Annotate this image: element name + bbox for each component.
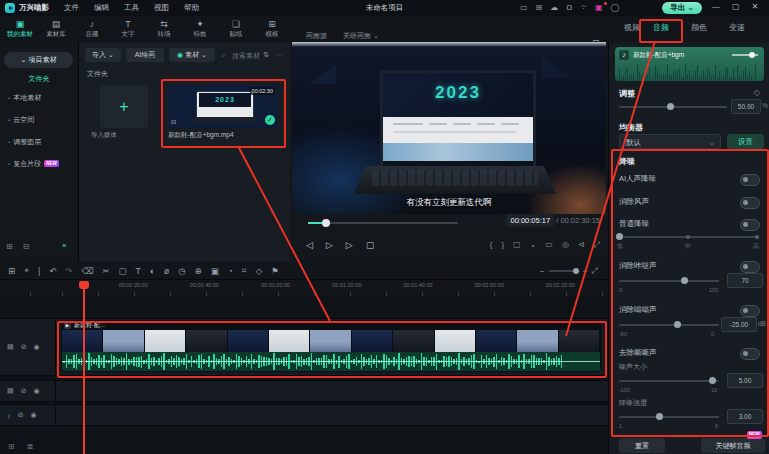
equalizer-preset-dropdown[interactable]: 默认⌄ bbox=[619, 134, 721, 149]
playhead-handle[interactable] bbox=[79, 281, 89, 289]
fullscreen-icon[interactable]: ⤢ bbox=[594, 240, 600, 250]
nav-tab-7[interactable]: ⊞模板 bbox=[254, 16, 290, 42]
nav-tab-6[interactable]: ❏贴纸 bbox=[218, 16, 254, 42]
nav-tab-1[interactable]: ▤素材库 bbox=[38, 16, 74, 42]
noise-level-value[interactable]: 5.00 bbox=[727, 373, 763, 388]
save-icon[interactable]: ⊞ bbox=[536, 3, 543, 12]
nav-tab-0[interactable]: ▣我的素材 bbox=[2, 16, 38, 42]
more-icon[interactable]: ⋯ bbox=[276, 51, 283, 59]
declick-toggle[interactable] bbox=[740, 261, 760, 273]
crop-caret-icon[interactable]: ⌄ bbox=[530, 240, 537, 250]
sidebar-item-compound-clip[interactable]: ▪复合片段NEW bbox=[8, 156, 74, 171]
eye-icon[interactable]: ◉ bbox=[34, 387, 40, 395]
lock-icon[interactable]: ⊘ bbox=[21, 387, 27, 395]
mark-out-icon[interactable]: } bbox=[501, 240, 504, 250]
speaker-icon[interactable]: ⊲ bbox=[578, 240, 585, 250]
fit-timeline-icon[interactable]: ⤢ bbox=[591, 266, 597, 276]
cloud-upload-icon[interactable]: ☁ bbox=[550, 3, 558, 12]
maximize-button[interactable]: ▢ bbox=[732, 2, 740, 11]
dehum-slider[interactable] bbox=[619, 324, 719, 326]
menu-help[interactable]: 帮助 bbox=[184, 3, 199, 13]
text-tool-icon[interactable]: T bbox=[136, 266, 141, 276]
menu-edit[interactable]: 编辑 bbox=[94, 3, 109, 13]
community-icon[interactable]: ⁘ bbox=[580, 3, 587, 12]
redo-icon[interactable]: ↷ bbox=[65, 266, 72, 276]
delete-icon[interactable]: ⌫ bbox=[81, 266, 93, 276]
link-view-dropdown[interactable]: 关联画面 ⌄ bbox=[343, 32, 379, 39]
minimize-button[interactable]: — bbox=[712, 2, 720, 11]
sidebar-item-project-media[interactable]: ⌄ 项目素材 bbox=[4, 52, 73, 68]
keyframe-diamond-icon[interactable]: ◇ bbox=[754, 88, 760, 97]
preview-seek-bar[interactable] bbox=[308, 222, 458, 224]
timeline-clip[interactable]: ▶新款鞋-配... bbox=[62, 321, 600, 371]
reset-button[interactable]: 重置 bbox=[619, 438, 665, 453]
menu-file[interactable]: 文件 bbox=[64, 3, 79, 13]
audio-clip-card[interactable]: ♪ 新款鞋-配音+bgm bbox=[615, 47, 764, 81]
user-icon[interactable]: ◯ bbox=[611, 3, 620, 12]
clip-volume-slider[interactable] bbox=[732, 54, 758, 56]
playhead-line[interactable] bbox=[83, 281, 85, 454]
declick-value[interactable]: 70 bbox=[727, 273, 763, 288]
prev-frame-icon[interactable]: ◁ bbox=[306, 240, 313, 250]
tab-video[interactable]: 视频 bbox=[617, 22, 647, 33]
seek-handle[interactable] bbox=[322, 219, 330, 227]
display-mode-icon[interactable]: ▭ bbox=[520, 3, 528, 12]
monitor-icon[interactable]: ▭ bbox=[545, 240, 553, 250]
new-folder-icon[interactable]: ⊞ bbox=[6, 242, 13, 251]
media-grid-icon[interactable]: ⊞ bbox=[8, 266, 15, 276]
support-icon[interactable]: Ω bbox=[566, 3, 572, 12]
motion-track-icon[interactable]: ⌗ bbox=[242, 265, 247, 276]
eye-icon[interactable]: ◉ bbox=[34, 343, 40, 351]
close-button[interactable]: ✕ bbox=[752, 2, 759, 11]
video-track-2[interactable]: ▤ ⊘ ◉ bbox=[0, 380, 608, 402]
snapshot-icon[interactable]: ◎ bbox=[562, 240, 569, 250]
timeline-zoom-slider[interactable] bbox=[549, 270, 579, 272]
effect-icon[interactable]: ⊕ bbox=[195, 266, 202, 276]
export-button[interactable]: 导出 ⌄ bbox=[662, 2, 702, 14]
hide-icon[interactable]: ø bbox=[164, 266, 169, 276]
select-tool-icon[interactable]: ⌖ bbox=[24, 265, 29, 276]
tab-audio[interactable]: 音频 bbox=[646, 22, 676, 33]
normal-denoise-toggle[interactable] bbox=[740, 219, 760, 231]
timeline-ruler[interactable]: 00:00:20:0000:00:40:0000:01:00:0000:01:2… bbox=[0, 280, 608, 297]
sidebar-item-adjustment-layer[interactable]: ▪调整图层 bbox=[8, 134, 74, 149]
dehum-toggle[interactable] bbox=[740, 305, 760, 317]
import-button[interactable]: 导入 ⌄ bbox=[85, 48, 121, 62]
timer-icon[interactable]: ◔ bbox=[228, 266, 233, 276]
next-frame-icon[interactable]: ▷ bbox=[346, 240, 353, 250]
volume-value[interactable]: 50.00 bbox=[731, 99, 761, 114]
collapse-sidebar-icon[interactable]: « bbox=[62, 241, 66, 250]
crop-preview-icon[interactable]: ▢ bbox=[513, 240, 521, 250]
audio-track-1[interactable]: ♪ ⊘ ◉ bbox=[0, 404, 608, 426]
zoom-out-icon[interactable]: − bbox=[540, 267, 545, 276]
media-clip-thumbnail[interactable]: 2023 00:02:30 ⊡ ✓ bbox=[168, 85, 278, 128]
tab-speed[interactable]: 变速 bbox=[722, 22, 752, 33]
marker-icon[interactable]: ⚑ bbox=[271, 266, 279, 276]
nav-tab-4[interactable]: ⇆转场 bbox=[146, 16, 182, 42]
nav-tab-3[interactable]: T文字 bbox=[110, 16, 146, 42]
lock-icon[interactable]: ⊘ bbox=[21, 343, 27, 351]
nav-tab-2[interactable]: ♪音频 bbox=[74, 16, 110, 42]
mark-in-icon[interactable]: { bbox=[490, 240, 493, 250]
video-track-1[interactable]: ▤ ⊘ ◉ ▶新款鞋-配... bbox=[0, 318, 608, 376]
search-input[interactable]: 搜索素材 bbox=[232, 51, 260, 61]
lock-icon[interactable]: ⊘ bbox=[18, 411, 24, 419]
denoise-strength-slider[interactable] bbox=[619, 416, 719, 418]
stop-icon[interactable]: ▢ bbox=[366, 240, 375, 250]
keyframe-icon[interactable]: ◇ bbox=[256, 266, 263, 276]
import-media-tile[interactable]: + bbox=[100, 85, 148, 128]
menu-tools[interactable]: 工具 bbox=[124, 3, 139, 13]
cart-icon[interactable]: ▣ bbox=[595, 3, 603, 12]
preview-video[interactable]: 2023 有没有立刻更新迭代啊 bbox=[292, 42, 606, 214]
keyframe-audio-button[interactable]: 关键帧音频 bbox=[701, 438, 765, 453]
crop-icon[interactable]: ▢ bbox=[119, 266, 127, 276]
play-icon[interactable]: ▷ bbox=[326, 240, 333, 250]
zoom-in-icon[interactable]: + bbox=[583, 267, 588, 276]
add-track-icon[interactable]: ⊞ bbox=[8, 442, 15, 451]
normal-denoise-slider[interactable] bbox=[619, 236, 757, 238]
volume-slider[interactable] bbox=[619, 106, 727, 108]
ai-voice-denoise-toggle[interactable] bbox=[740, 174, 760, 186]
ai-paint-button[interactable]: AI绘画 bbox=[126, 48, 164, 62]
equalizer-settings-button[interactable]: 设置 bbox=[727, 134, 764, 149]
search-icon[interactable]: ⌕ bbox=[222, 51, 226, 59]
